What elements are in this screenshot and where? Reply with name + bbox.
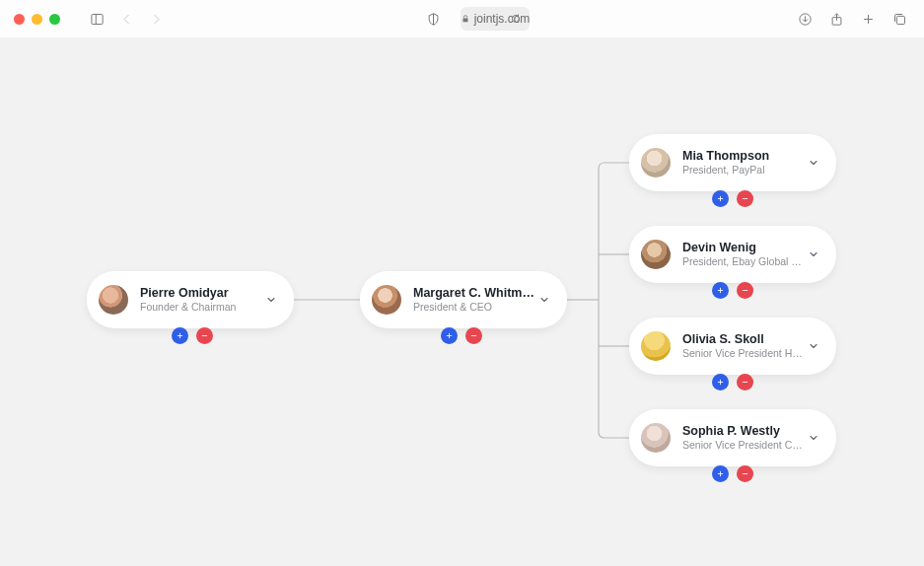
node-actions — [712, 282, 753, 299]
node-info: Mia Thompson President, PayPal — [682, 149, 805, 177]
node-info: Pierre Omidyar Founder & Chairman — [140, 286, 262, 315]
add-child-button[interactable] — [712, 374, 729, 390]
svg-rect-3 — [462, 19, 467, 23]
add-child-button[interactable] — [441, 327, 458, 344]
org-node-n0[interactable]: Pierre Omidyar Founder & Chairman — [87, 271, 294, 328]
remove-node-button[interactable] — [737, 282, 753, 299]
svg-rect-10 — [896, 16, 904, 24]
avatar — [372, 285, 401, 315]
person-name: Olivia S. Skoll — [682, 332, 805, 347]
orgchart-canvas[interactable]: Pierre Omidyar Founder & Chairman Margar… — [0, 37, 924, 566]
shield-icon[interactable] — [423, 8, 445, 30]
person-title: President, PayPal — [682, 164, 805, 177]
nav-back-button[interactable] — [115, 8, 137, 30]
chevron-down-icon[interactable] — [262, 291, 280, 309]
chevron-down-icon[interactable] — [805, 337, 822, 355]
org-node-n4[interactable]: Olivia S. Skoll Senior Vice President Hu… — [629, 318, 836, 375]
add-child-button[interactable] — [172, 327, 188, 344]
downloads-icon[interactable] — [794, 8, 816, 30]
add-child-button[interactable] — [712, 282, 729, 299]
person-name: Sophia P. Westly — [682, 424, 805, 439]
remove-node-button[interactable] — [737, 374, 753, 390]
avatar — [641, 240, 671, 269]
share-icon[interactable] — [825, 8, 847, 30]
avatar — [641, 423, 671, 453]
browser-toolbar: jointjs.com — [0, 0, 924, 37]
org-node-n2[interactable]: Mia Thompson President, PayPal — [629, 134, 836, 191]
person-title: Founder & Chairman — [140, 301, 262, 315]
node-actions — [712, 190, 753, 207]
person-title: Senior Vice President Human Resources — [682, 347, 805, 361]
person-title: Senior Vice President Controller — [682, 439, 805, 453]
person-name: Devin Wenig — [682, 241, 805, 255]
chevron-down-icon[interactable] — [805, 429, 822, 447]
remove-node-button[interactable] — [737, 465, 753, 482]
node-actions — [712, 465, 753, 482]
reload-icon[interactable] — [510, 13, 522, 25]
chevron-down-icon[interactable] — [535, 291, 553, 309]
node-info: Olivia S. Skoll Senior Vice President Hu… — [682, 332, 805, 361]
svg-rect-0 — [91, 14, 102, 24]
lock-icon — [461, 14, 470, 24]
node-info: Devin Wenig President, Ebay Global Marke… — [682, 241, 805, 269]
remove-node-button[interactable] — [737, 190, 753, 207]
chevron-down-icon[interactable] — [805, 154, 822, 172]
new-tab-icon[interactable] — [857, 8, 879, 30]
person-title: President, Ebay Global Marketplaces — [682, 255, 805, 269]
remove-node-button[interactable] — [465, 327, 482, 344]
node-actions — [172, 327, 213, 344]
add-child-button[interactable] — [712, 190, 729, 207]
avatar — [641, 148, 671, 177]
add-child-button[interactable] — [712, 465, 729, 482]
person-name: Pierre Omidyar — [140, 286, 262, 301]
node-info: Margaret C. Whitman President & CEO — [413, 286, 535, 315]
avatar — [641, 331, 671, 361]
tabs-overview-icon[interactable] — [888, 8, 910, 30]
person-name: Margaret C. Whitman — [413, 286, 535, 301]
minimize-window-button[interactable] — [32, 14, 42, 25]
address-bar[interactable]: jointjs.com — [461, 7, 531, 31]
org-node-n1[interactable]: Margaret C. Whitman President & CEO — [360, 271, 567, 328]
org-node-n3[interactable]: Devin Wenig President, Ebay Global Marke… — [629, 226, 836, 283]
window-controls — [14, 14, 60, 25]
sidebar-toggle-icon[interactable] — [86, 8, 107, 30]
maximize-window-button[interactable] — [49, 14, 60, 25]
person-name: Mia Thompson — [682, 149, 805, 164]
remove-node-button[interactable] — [196, 327, 213, 344]
node-info: Sophia P. Westly Senior Vice President C… — [682, 424, 805, 453]
org-node-n5[interactable]: Sophia P. Westly Senior Vice President C… — [629, 409, 836, 466]
nav-forward-button[interactable] — [145, 8, 167, 30]
node-actions — [441, 327, 482, 344]
node-actions — [712, 374, 753, 390]
chevron-down-icon[interactable] — [805, 246, 822, 263]
person-title: President & CEO — [413, 301, 535, 315]
close-window-button[interactable] — [14, 14, 25, 25]
avatar — [99, 285, 128, 315]
